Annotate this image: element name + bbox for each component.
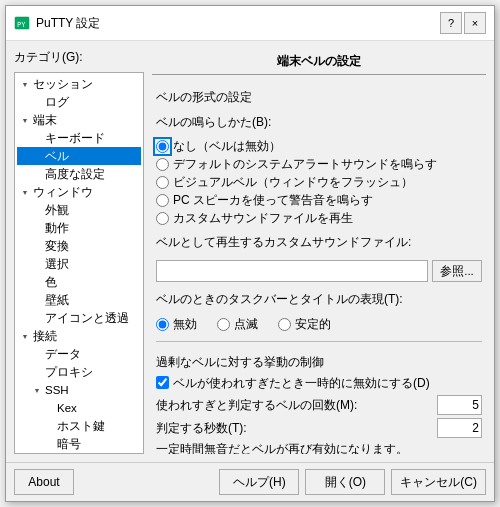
bell-label-pc: PC スピーカを使って警告音を鳴らす	[173, 192, 373, 209]
tree-toggle-icon	[31, 240, 43, 252]
bottom-left: About	[14, 469, 74, 495]
tree-toggle-icon	[31, 150, 43, 162]
sound-file-input[interactable]	[156, 260, 428, 282]
right-panel: 端末ベルの設定 ベルの形式の設定 ベルの鳴らしかた(B): なし（ベルは無効）デ…	[152, 49, 486, 454]
tree-item-label: キーボード	[45, 131, 105, 146]
tree-toggle-icon	[31, 294, 43, 306]
tree-toggle-icon	[43, 402, 55, 414]
tree-item-log[interactable]: ログ	[17, 93, 141, 111]
bottom-bar: About ヘルプ(H) 開く(O) キャンセル(C)	[6, 462, 494, 501]
tree-item-behavior[interactable]: 動作	[17, 219, 141, 237]
title-bar: PY PuTTY 設定 ? ×	[6, 6, 494, 41]
tree-item-wallpaper[interactable]: 壁紙	[17, 291, 141, 309]
interval-label: 判定する秒数(T):	[156, 420, 437, 437]
tree-toggle-icon	[31, 222, 43, 234]
tree-item-label: アイコンと透過	[45, 311, 129, 326]
tree-item-label: 高度な設定	[45, 167, 105, 182]
close-title-button[interactable]: ×	[464, 12, 486, 34]
tree-item-bell[interactable]: ベル	[17, 147, 141, 165]
help-button[interactable]: ヘルプ(H)	[219, 469, 299, 495]
interval-input[interactable]	[437, 418, 482, 438]
tree-item-connection[interactable]: ▼接続	[17, 327, 141, 345]
taskbar-radio-blink[interactable]	[217, 318, 230, 331]
tree-item-label: SSH	[45, 384, 69, 396]
bell-label-none: なし（ベルは無効）	[173, 138, 281, 155]
tree-item-selection[interactable]: 選択	[17, 255, 141, 273]
tree-container[interactable]: ▼セッションログ▼端末キーボードベル高度な設定▼ウィンドウ外観動作変換選択色壁紙…	[14, 72, 144, 454]
tree-item-cipher[interactable]: 暗号	[17, 435, 141, 453]
tree-item-label: 色	[45, 275, 57, 290]
tree-item-icons_trans[interactable]: アイコンと透過	[17, 309, 141, 327]
tree-item-label: 外観	[45, 203, 69, 218]
tree-item-label: 壁紙	[45, 293, 69, 308]
category-label: カテゴリ(G):	[14, 49, 144, 66]
tree-item-label: ベル	[45, 149, 69, 164]
tree-item-appearance[interactable]: 外観	[17, 201, 141, 219]
overused-input[interactable]	[437, 395, 482, 415]
open-button[interactable]: 開く(O)	[305, 469, 385, 495]
silence-label: 一定時間無音だとベルが再び有効になります。	[156, 441, 482, 454]
content-area: ベルの形式の設定 ベルの鳴らしかた(B): なし（ベルは無効）デフォルトのシステ…	[152, 85, 486, 454]
silence-info-row: 一定時間無音だとベルが再び有効になります。	[156, 441, 482, 454]
bell-option-none: なし（ベルは無効）	[156, 138, 482, 155]
taskbar-radio-steady[interactable]	[278, 318, 291, 331]
tree-toggle-icon	[31, 96, 43, 108]
dialog-title: PuTTY 設定	[36, 15, 100, 32]
tree-item-proxy[interactable]: プロキシ	[17, 363, 141, 381]
title-bar-buttons: ? ×	[440, 12, 486, 34]
tree-item-ssh[interactable]: ▼SSH	[17, 381, 141, 399]
tree-toggle-icon	[31, 132, 43, 144]
tree-item-color[interactable]: 色	[17, 273, 141, 291]
tree-item-auth[interactable]: ▼認証	[17, 453, 141, 454]
tree-item-terminal[interactable]: ▼端末	[17, 111, 141, 129]
bell-radio-custom[interactable]	[156, 212, 169, 225]
tree-item-advanced[interactable]: 高度な設定	[17, 165, 141, 183]
tree-item-data[interactable]: データ	[17, 345, 141, 363]
disable-checkbox-label: ベルが使われすぎたとき一時的に無効にする(D)	[173, 375, 430, 392]
cancel-button[interactable]: キャンセル(C)	[391, 469, 486, 495]
browse-button[interactable]: 参照...	[432, 260, 482, 282]
bell-radio-visual[interactable]	[156, 176, 169, 189]
bell-radio-none[interactable]	[156, 140, 169, 153]
excess-section: 過剰なベルに対する挙動の制御 ベルが使われすぎたとき一時的に無効にする(D) 使…	[156, 354, 482, 454]
divider	[156, 341, 482, 342]
section-title: 端末ベルの設定	[152, 49, 486, 75]
bell-sound-label: ベルの鳴らしかた(B):	[156, 114, 482, 131]
tree-item-label: Kex	[57, 402, 77, 414]
custom-file-label: ベルとして再生するカスタムサウンドファイル:	[156, 234, 482, 251]
disable-checkbox-row: ベルが使われすぎたとき一時的に無効にする(D)	[156, 375, 482, 392]
bell-label-default: デフォルトのシステムアラートサウンドを鳴らす	[173, 156, 437, 173]
disable-checkbox[interactable]	[156, 376, 169, 389]
taskbar-radio-disabled[interactable]	[156, 318, 169, 331]
left-panel: カテゴリ(G): ▼セッションログ▼端末キーボードベル高度な設定▼ウィンドウ外観…	[14, 49, 144, 454]
tree-item-kex[interactable]: Kex	[17, 399, 141, 417]
tree-item-window[interactable]: ▼ウィンドウ	[17, 183, 141, 201]
tree-item-translation[interactable]: 変換	[17, 237, 141, 255]
tree-item-label: ホスト鍵	[57, 419, 105, 434]
tree-item-label: データ	[45, 347, 81, 362]
tree-item-label: 動作	[45, 221, 69, 236]
about-button[interactable]: About	[14, 469, 74, 495]
tree-item-keyboard[interactable]: キーボード	[17, 129, 141, 147]
taskbar-option-blink: 点滅	[217, 316, 258, 333]
tree-toggle-icon: ▼	[19, 114, 31, 126]
tree-item-label: 変換	[45, 239, 69, 254]
bell-option-default: デフォルトのシステムアラートサウンドを鳴らす	[156, 156, 482, 173]
dialog-body: カテゴリ(G): ▼セッションログ▼端末キーボードベル高度な設定▼ウィンドウ外観…	[6, 41, 494, 462]
taskbar-label-steady: 安定的	[295, 316, 331, 333]
bell-label-custom: カスタムサウンドファイルを再生	[173, 210, 353, 227]
bell-radio-default[interactable]	[156, 158, 169, 171]
excess-title: 過剰なベルに対する挙動の制御	[156, 354, 482, 371]
tree-toggle-icon	[43, 420, 55, 432]
tree-toggle-icon	[31, 258, 43, 270]
bell-label-visual: ビジュアルベル（ウィンドウをフラッシュ）	[173, 174, 413, 191]
help-title-button[interactable]: ?	[440, 12, 462, 34]
taskbar-label-blink: 点滅	[234, 316, 258, 333]
tree-item-label: 端末	[33, 113, 57, 128]
bell-option-custom: カスタムサウンドファイルを再生	[156, 210, 482, 227]
tree-item-host_key[interactable]: ホスト鍵	[17, 417, 141, 435]
tree-toggle-icon: ▼	[31, 384, 43, 396]
tree-item-session[interactable]: ▼セッション	[17, 75, 141, 93]
taskbar-radios: 無効点滅安定的	[156, 316, 482, 333]
bell-radio-pc[interactable]	[156, 194, 169, 207]
